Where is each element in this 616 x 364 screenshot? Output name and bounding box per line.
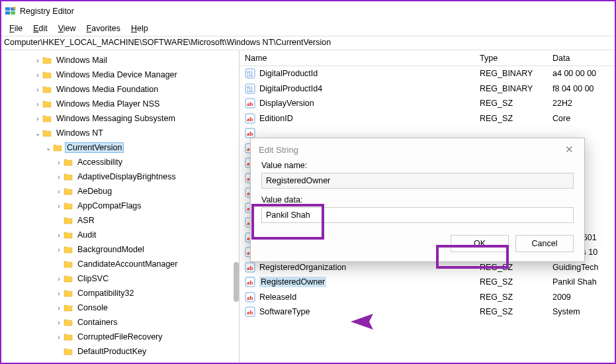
- svg-text:ab: ab: [247, 309, 253, 316]
- cancel-button[interactable]: Cancel: [515, 235, 574, 252]
- tree-toggle-icon[interactable]: ›: [54, 304, 64, 312]
- tree-toggle-icon[interactable]: ›: [54, 275, 64, 283]
- tree-item-label: BackgroundModel: [75, 244, 146, 255]
- tree-item[interactable]: › AeDebug: [4, 184, 239, 199]
- value-name: SoftwareType: [259, 307, 310, 316]
- tree-item-label: AppCompatFlags: [75, 201, 144, 211]
- tree-item[interactable]: › Windows Media Foundation: [4, 82, 239, 97]
- tree-item[interactable]: ⌄ CurrentVersion: [4, 140, 239, 155]
- dialog-titlebar[interactable]: Edit String ✕: [251, 138, 584, 161]
- col-header-type[interactable]: Type: [474, 51, 547, 66]
- folder-icon: [64, 173, 73, 181]
- value-data-field[interactable]: [261, 207, 574, 223]
- tree-item-label: Windows NT: [54, 128, 105, 138]
- list-row[interactable]: ab DisplayVersionREG_SZ22H2: [240, 96, 615, 111]
- tree-item[interactable]: › Windows Mail: [4, 53, 239, 68]
- list-row[interactable]: 011 110 DigitalProductIdREG_BINARYa4 00 …: [240, 66, 615, 81]
- tree-item[interactable]: › CorruptedFileRecovery: [4, 330, 239, 344]
- string-value-icon: ab: [245, 128, 255, 138]
- address-bar[interactable]: Computer\HKEY_LOCAL_MACHINE\SOFTWARE\Mic…: [1, 36, 615, 50]
- tree-toggle-icon[interactable]: ›: [54, 173, 64, 181]
- tree-toggle-icon[interactable]: ⌄: [33, 130, 42, 137]
- tree-toggle-icon[interactable]: ›: [54, 334, 64, 341]
- folder-icon: [42, 71, 52, 79]
- value-type: REG_SZ: [474, 276, 547, 288]
- folder-icon: [64, 275, 73, 283]
- svg-text:ab: ab: [247, 116, 253, 122]
- tree-toggle-icon[interactable]: ›: [54, 246, 64, 253]
- tree-item[interactable]: › AppCompatFlags: [4, 199, 239, 213]
- value-name: RegisteredOrganization: [259, 263, 346, 272]
- tree-item[interactable]: › Compatibility32: [4, 286, 239, 300]
- value-name-field[interactable]: [261, 173, 574, 189]
- list-row[interactable]: ab SoftwareTypeREG_SZSystem: [240, 304, 615, 320]
- tree-toggle-icon[interactable]: ›: [33, 115, 42, 122]
- tree-item[interactable]: › Accessibility: [4, 155, 239, 169]
- folder-icon: [53, 144, 62, 152]
- tree-item[interactable]: › Windows Media Device Manager: [4, 68, 239, 82]
- tree-toggle-icon[interactable]: ›: [33, 86, 42, 93]
- col-header-data[interactable]: Data: [547, 51, 615, 66]
- folder-icon: [42, 56, 52, 64]
- tree-toggle-icon[interactable]: ›: [33, 57, 42, 64]
- tree-item[interactable]: DefaultProductKey: [4, 344, 239, 359]
- menu-view[interactable]: View: [53, 23, 81, 34]
- tree-item[interactable]: › Audit: [4, 228, 239, 242]
- svg-rect-3: [11, 11, 15, 15]
- tree-toggle-icon[interactable]: ›: [54, 319, 64, 326]
- menu-help[interactable]: Help: [126, 23, 154, 34]
- menu-favorites[interactable]: Favorites: [81, 23, 126, 34]
- binary-value-icon: 011 110: [245, 68, 255, 79]
- list-row[interactable]: ab EditionIDREG_SZCore: [240, 111, 615, 126]
- list-row[interactable]: ab ReleaseIdREG_SZ2009: [240, 290, 615, 305]
- tree-item[interactable]: › Containers: [4, 315, 239, 330]
- tree-toggle-icon[interactable]: ›: [33, 101, 42, 108]
- tree-item[interactable]: › BackgroundModel: [4, 242, 239, 257]
- tree-item[interactable]: › AdaptiveDisplayBrightness: [4, 169, 239, 184]
- tree-toggle-icon[interactable]: ›: [54, 188, 64, 195]
- value-data-label: Value data:: [261, 195, 574, 205]
- folder-icon: [64, 246, 73, 253]
- value-type: REG_SZ: [474, 113, 547, 124]
- tree-item[interactable]: ⌄ Windows NT: [4, 126, 239, 140]
- tree-item[interactable]: CandidateAccountManager: [4, 257, 239, 271]
- tree-toggle-icon[interactable]: ›: [33, 71, 42, 79]
- tree-toggle-icon[interactable]: ⌄: [44, 144, 53, 152]
- tree-item-label: CandidateAccountManager: [75, 259, 180, 269]
- string-value-icon: ab: [245, 113, 255, 124]
- value-data: 2009: [547, 291, 615, 303]
- tree-toggle-icon[interactable]: ›: [54, 232, 64, 239]
- tree-toggle-icon[interactable]: ›: [54, 203, 64, 210]
- value-data: Core: [547, 113, 615, 124]
- folder-icon: [64, 202, 73, 210]
- tree-item[interactable]: › Windows Messaging Subsystem: [4, 111, 239, 126]
- list-row[interactable]: ab RegisteredOwnerREG_SZPankil Shah: [240, 275, 615, 290]
- folder-icon: [64, 304, 73, 312]
- value-name: DigitalProductId: [259, 69, 318, 78]
- app-title: Registry Editor: [20, 7, 74, 16]
- menu-file[interactable]: File: [4, 23, 28, 34]
- value-data: [547, 132, 615, 134]
- folder-icon: [64, 187, 73, 195]
- list-header: Name Type Data: [240, 50, 615, 66]
- ok-button[interactable]: OK: [451, 235, 509, 252]
- list-row[interactable]: 011 110 DigitalProductId4REG_BINARYf8 04…: [240, 81, 615, 97]
- tree-item[interactable]: ASR: [4, 213, 239, 228]
- tree-toggle-icon[interactable]: ›: [54, 159, 64, 166]
- dialog-close-button[interactable]: ✕: [562, 141, 576, 158]
- tree-panel: › Windows Mail› Windows Media Device Man…: [1, 50, 240, 363]
- folder-icon: [64, 231, 73, 239]
- svg-text:ab: ab: [247, 101, 253, 107]
- svg-text:ab: ab: [247, 279, 253, 286]
- col-header-name[interactable]: Name: [240, 51, 474, 66]
- value-type: REG_SZ: [474, 261, 547, 273]
- value-type: REG_SZ: [474, 291, 547, 303]
- tree-scrollbar[interactable]: [234, 262, 239, 302]
- value-data: System: [547, 306, 615, 318]
- tree-item[interactable]: › Console: [4, 300, 239, 315]
- tree-item[interactable]: › Windows Media Player NSS: [4, 97, 239, 111]
- tree-item[interactable]: › ClipSVC: [4, 271, 239, 286]
- svg-text:ab: ab: [247, 295, 253, 301]
- tree-toggle-icon[interactable]: ›: [54, 290, 64, 297]
- menu-edit[interactable]: Edit: [28, 23, 53, 34]
